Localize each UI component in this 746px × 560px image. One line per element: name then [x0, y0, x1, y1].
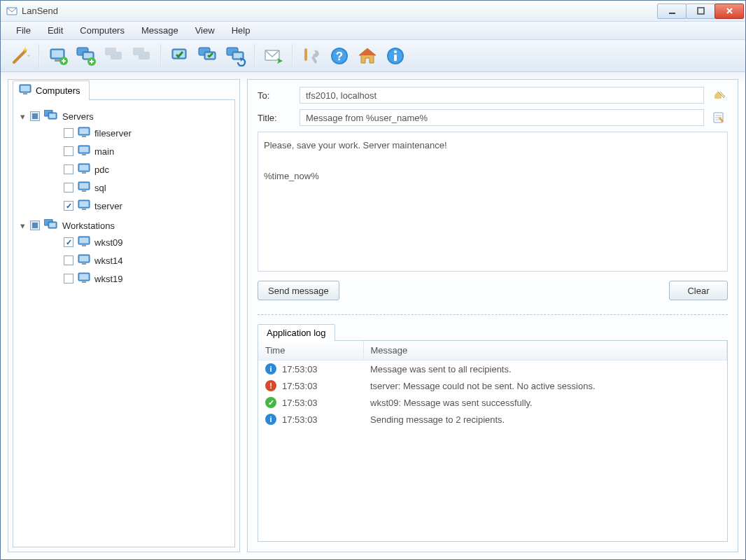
settings-wrench-icon[interactable] [299, 43, 324, 69]
item-checkbox[interactable] [64, 274, 73, 284]
tree-item-row[interactable]: main [52, 144, 229, 159]
computers-tree[interactable]: ▾Serversfileservermainpdcsqltserver▾Work… [13, 100, 234, 296]
item-checkbox[interactable] [64, 183, 73, 192]
log-row[interactable]: i17:53:03Message was sent to all recipie… [258, 360, 727, 378]
import2-disabled-icon[interactable] [129, 43, 155, 69]
group-checkbox[interactable] [30, 111, 40, 121]
clear-recipients-icon[interactable] [711, 87, 728, 104]
svg-rect-8 [55, 59, 60, 62]
titlebar: LanSend [1, 1, 745, 22]
svg-rect-57 [80, 164, 89, 170]
select-refresh-icon[interactable] [223, 43, 248, 69]
about-icon[interactable] [383, 43, 408, 69]
left-tab-strip: Computers [8, 80, 239, 100]
close-button[interactable] [715, 4, 744, 19]
send-mail-icon[interactable] [261, 43, 286, 69]
svg-rect-63 [80, 201, 89, 206]
menu-message[interactable]: Message [133, 23, 187, 38]
add-computer-icon[interactable] [45, 43, 71, 69]
log-row[interactable]: !17:53:03tserver: Message could not be s… [258, 377, 727, 394]
log-row[interactable]: ✓17:53:03wkst09: Message was sent succes… [258, 394, 727, 411]
tree-item-label: main [94, 146, 114, 157]
tree-group-row[interactable]: ▾Servers [19, 108, 229, 124]
log-time-text: 17:53:03 [282, 398, 318, 408]
window-title: LanSend [22, 6, 658, 16]
tree-item-row[interactable]: tserver [52, 198, 229, 214]
tree-item-row[interactable]: wkst19 [52, 271, 229, 286]
tree-group-label: Workstations [62, 220, 115, 231]
title-input[interactable] [300, 109, 704, 126]
title-label: Title: [258, 113, 293, 123]
add-computers-icon[interactable] [73, 43, 99, 69]
svg-rect-14 [84, 53, 92, 58]
item-checkbox[interactable] [64, 128, 73, 138]
clear-button[interactable]: Clear [669, 281, 728, 300]
log-time-text: 17:53:03 [282, 364, 318, 374]
import-disabled-icon[interactable] [101, 43, 127, 69]
edit-title-icon[interactable] [711, 109, 728, 126]
computer-icon [78, 145, 90, 158]
svg-text:?: ? [336, 50, 343, 63]
tab-computers[interactable]: Computers [13, 80, 90, 100]
item-checkbox[interactable] [64, 201, 73, 211]
menu-edit[interactable]: Edit [39, 23, 71, 38]
tree-item-label: fileserver [94, 128, 132, 139]
group-icon [44, 219, 58, 232]
tree-item-row[interactable]: pdc [52, 162, 229, 177]
tree-item-row[interactable]: fileserver [52, 125, 229, 141]
item-checkbox[interactable] [64, 146, 73, 156]
svg-rect-49 [50, 113, 56, 118]
tree-item-label: sql [94, 183, 106, 193]
wizard-icon[interactable] [8, 43, 33, 69]
window-controls [658, 4, 744, 19]
tree-item-row[interactable]: sql [52, 180, 229, 195]
menu-file[interactable]: File [8, 23, 39, 38]
log-row[interactable]: i17:53:03Sending message to 2 recipients… [258, 411, 727, 428]
svg-rect-43 [394, 55, 397, 61]
tree-item-label: wkst19 [94, 274, 122, 284]
computer-icon [19, 84, 31, 97]
toolbar-sep [254, 44, 255, 68]
message-body-input[interactable] [258, 132, 728, 272]
log-time-text: 17:53:03 [282, 381, 318, 391]
log-message-text: wkst09: Message was sent successfully. [370, 398, 533, 408]
expander-icon[interactable]: ▾ [19, 222, 26, 229]
log-time-text: 17:53:03 [282, 414, 318, 425]
menu-help[interactable]: Help [223, 23, 259, 38]
to-input[interactable] [300, 87, 704, 104]
expander-icon[interactable]: ▾ [19, 113, 26, 120]
menu-view[interactable]: View [187, 23, 223, 38]
toolbar-sep [160, 44, 162, 68]
select-invert-icon[interactable] [195, 43, 220, 69]
tree-item-label: pdc [94, 164, 109, 175]
toolbar: ? [1, 40, 745, 72]
tree-group-label: Servers [62, 111, 94, 122]
status-ok-icon: ✓ [265, 397, 276, 408]
help-icon[interactable]: ? [327, 43, 352, 69]
tab-application-log[interactable]: Application log [258, 324, 335, 341]
svg-rect-51 [80, 128, 89, 134]
tree-item-row[interactable]: wkst09 [52, 234, 229, 250]
svg-rect-54 [80, 146, 89, 152]
log-col-message[interactable]: Message [363, 341, 727, 360]
log-col-time[interactable]: Time [258, 341, 363, 360]
tree-item-row[interactable]: wkst14 [52, 253, 229, 268]
minimize-button[interactable] [657, 4, 687, 19]
log-tab-label: Application log [267, 328, 326, 338]
home-icon[interactable] [355, 43, 380, 69]
item-checkbox[interactable] [64, 237, 73, 247]
tree-group-row[interactable]: ▾Workstations [19, 218, 229, 233]
item-checkbox[interactable] [64, 255, 73, 265]
svg-rect-46 [23, 93, 27, 94]
select-all-icon[interactable] [167, 43, 192, 69]
group-checkbox[interactable] [30, 220, 40, 230]
svg-rect-58 [82, 172, 86, 174]
menu-computers[interactable]: Computers [71, 23, 133, 38]
svg-rect-72 [80, 255, 89, 261]
menubar: File Edit Computers Message View Help [1, 22, 745, 40]
maximize-button[interactable] [686, 4, 715, 19]
send-message-button[interactable]: Send message [258, 281, 339, 300]
svg-rect-29 [234, 53, 242, 58]
item-checkbox[interactable] [64, 164, 73, 174]
svg-rect-69 [80, 237, 89, 243]
